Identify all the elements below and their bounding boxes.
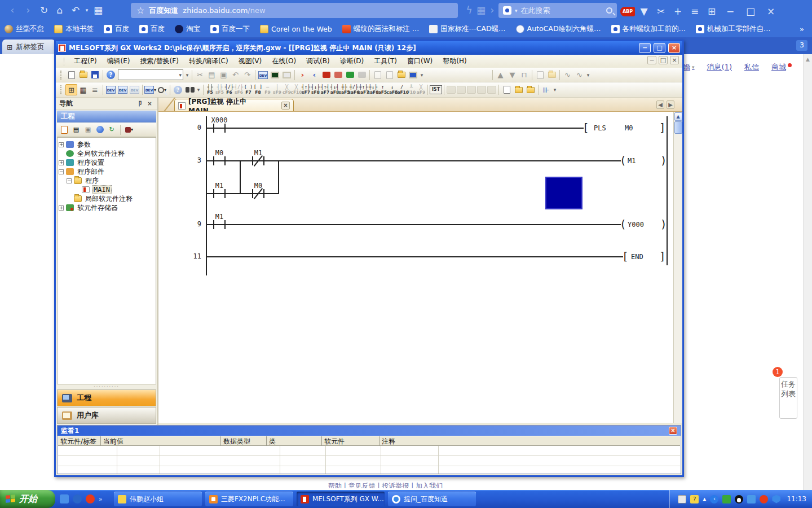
tray-browser-icon[interactable]: ‹ <box>710 495 718 503</box>
nav-copy-icon[interactable]: ▤ <box>71 125 81 134</box>
bookmark-item[interactable]: 螺纹的画法和标注 … <box>342 24 419 34</box>
melsoft-minimize-button[interactable]: − <box>639 43 651 53</box>
collapse-icon[interactable]: − <box>59 169 64 174</box>
bookmark-item[interactable]: 丝毫不怠 <box>5 24 44 34</box>
undo-icon[interactable]: ↶ <box>68 3 83 17</box>
search-box[interactable]: ▾ 在此搜索 <box>498 3 617 18</box>
document-tab-close-icon[interactable]: × <box>281 102 290 110</box>
find-binoculars-icon[interactable] <box>184 84 196 95</box>
bookmark-item[interactable]: 百度 <box>104 24 129 34</box>
watch-column-header[interactable]: 软元件/标签 <box>58 436 101 445</box>
search-icon[interactable] <box>606 7 612 14</box>
window-close-icon[interactable]: × <box>761 4 780 19</box>
project-selector-combobox[interactable]: ▾ <box>118 69 183 80</box>
back-icon[interactable]: ‹ <box>5 3 20 17</box>
menu-item[interactable]: 调试(B) <box>301 55 335 68</box>
write-to-plc-icon[interactable]: › <box>297 69 308 81</box>
taskbar-button-zhidao[interactable]: 提问_百度知道 <box>388 492 476 506</box>
tray-collapse-icon[interactable]: ▲ <box>703 497 706 502</box>
step-run-icon[interactable] <box>383 69 395 81</box>
tray-360-icon[interactable] <box>760 495 768 503</box>
tree-item-main[interactable]: MAIN <box>58 185 156 194</box>
menu-item[interactable]: 工具(T) <box>369 55 402 68</box>
inline-st-icon[interactable] <box>447 86 456 94</box>
cut-icon[interactable]: ✂ <box>194 69 206 81</box>
toolbar-overflow-icon[interactable]: ▾ <box>184 72 190 78</box>
insert-row-icon[interactable] <box>477 86 486 94</box>
search-engine-icon[interactable] <box>503 6 511 15</box>
ladder-symbol-key[interactable]: ╨ F10 <box>407 84 416 97</box>
quick-launch-msn-icon[interactable] <box>60 494 69 503</box>
ladder-monitor-icon[interactable] <box>269 69 281 81</box>
watch-row[interactable] <box>58 466 680 474</box>
ladder-symbol-key[interactable]: ┤├ F5 <box>205 84 215 97</box>
ladder-symbol-key[interactable]: ┼↑├ saF7 <box>359 84 368 97</box>
help-icon[interactable]: ? <box>105 69 117 81</box>
nav-button-project[interactable]: 工程 <box>57 389 156 406</box>
start-button[interactable]: 开始 <box>0 490 55 508</box>
skin-icon[interactable]: ⊞ <box>704 4 720 19</box>
ladder-symbol-key[interactable]: ┼↓├ saF8 <box>368 84 378 97</box>
mdi-restore-icon[interactable]: □ <box>659 56 668 64</box>
ladder-symbol-key[interactable]: ↑ aF5 <box>378 84 387 97</box>
expand-icon[interactable]: + <box>59 205 64 211</box>
page-scrollbar[interactable]: ▲ <box>803 54 812 490</box>
nav-property-icon[interactable] <box>95 125 105 134</box>
tray-green-icon[interactable] <box>722 495 731 503</box>
ladder-symbol-key[interactable]: ┼/├ saF6 <box>349 84 359 97</box>
copy-icon[interactable]: ▤ <box>206 69 218 81</box>
insert-column-icon[interactable] <box>487 86 496 94</box>
toolbar-overflow-icon4[interactable]: ▾ <box>196 87 201 93</box>
undo-icon[interactable]: ↶ <box>230 69 241 81</box>
jump-icon[interactable] <box>372 69 383 81</box>
ladder-symbol-key[interactable]: ╳ cF9 <box>282 84 292 97</box>
pin-icon[interactable]: 卩 <box>135 99 143 107</box>
taskbar-button-melsoft[interactable]: MELSOFT系列 GX W... <box>297 492 385 506</box>
keyboard-icon[interactable] <box>678 495 686 503</box>
collapse-icon[interactable]: − <box>67 178 72 183</box>
expand-arrow-icon[interactable]: › <box>487 3 497 17</box>
address-bar[interactable]: ☆ 百度知道 zhidao.baidu.com/new <box>131 3 458 18</box>
ladder-symbol-key[interactable]: ┤├ sF5 <box>215 84 224 97</box>
melsoft-title-bar[interactable]: MELSOFT系列 GX Works2 D:\plc保存\顺序开启，逆序关闭.g… <box>56 41 682 55</box>
ladder-symbol-key[interactable]: ┤/├ sF6 <box>234 84 244 97</box>
favorite-star-icon[interactable]: ☆ <box>136 5 144 16</box>
expand-icon[interactable]: + <box>59 142 64 147</box>
bookmark-item[interactable]: 百度一下 <box>210 24 250 34</box>
tray-messenger-icon[interactable] <box>747 495 756 503</box>
ladder-symbol-key[interactable]: ∕ caF10 <box>397 84 407 97</box>
trace-graph-icon[interactable]: ∿ <box>573 69 585 81</box>
document-tab-main[interactable]: [PRG]监视 停止中 MAIN... × <box>174 99 294 112</box>
monitor-stop-icon[interactable] <box>332 69 344 81</box>
tab-new-tab-page[interactable]: ⊞ 新标签页 <box>2 40 55 54</box>
bookmarks-overflow-icon[interactable]: » <box>800 25 804 33</box>
sampling-trace-icon[interactable]: ∿ <box>562 69 573 81</box>
navigation-close-icon[interactable]: × <box>145 99 154 107</box>
pc-monitor-icon[interactable] <box>407 69 419 81</box>
monitor-start-icon[interactable] <box>320 69 332 81</box>
device-ccl-icon[interactable]: DEV <box>129 84 140 95</box>
device-display-icon[interactable]: DEV▾ <box>144 84 156 95</box>
watch-row[interactable] <box>58 456 680 466</box>
module-configuration-icon[interactable]: ▦ <box>77 84 89 95</box>
bookmark-item[interactable]: 本地书签 <box>54 24 94 34</box>
lightning-icon[interactable]: ϟ <box>464 3 475 17</box>
ladder-symbol-key[interactable]: ┤↓├ sF8 <box>311 84 320 97</box>
menu-item[interactable]: 编辑(E) <box>102 55 135 68</box>
panel-resize-grip[interactable]: .......... <box>56 383 157 388</box>
download-icon[interactable]: ▼ <box>636 4 652 19</box>
tree-item-program-setting[interactable]: + 程序设置 <box>58 158 156 167</box>
nav-refresh-icon[interactable]: ↻ <box>107 125 117 134</box>
nav-filter-icon[interactable]: ▾ <box>124 125 134 134</box>
tree-item-pou[interactable]: − 程序部件 <box>58 167 156 176</box>
menu-item[interactable]: 搜索/替换(F) <box>135 55 184 68</box>
melsoft-close-button[interactable]: × <box>668 43 680 53</box>
quick-launch-360-icon[interactable] <box>86 494 95 503</box>
wrap-ladder-icon[interactable]: ⊪ <box>540 84 552 95</box>
home-icon[interactable]: ⌂ <box>52 3 68 17</box>
menu-icon[interactable]: ≡ <box>687 4 703 19</box>
menu-item[interactable]: 工程(P) <box>69 55 102 68</box>
menu-item[interactable]: 在线(O) <box>267 55 301 68</box>
refresh-icon[interactable]: ↻ <box>36 3 52 17</box>
nav-paste-icon[interactable]: ▣ <box>83 125 93 134</box>
